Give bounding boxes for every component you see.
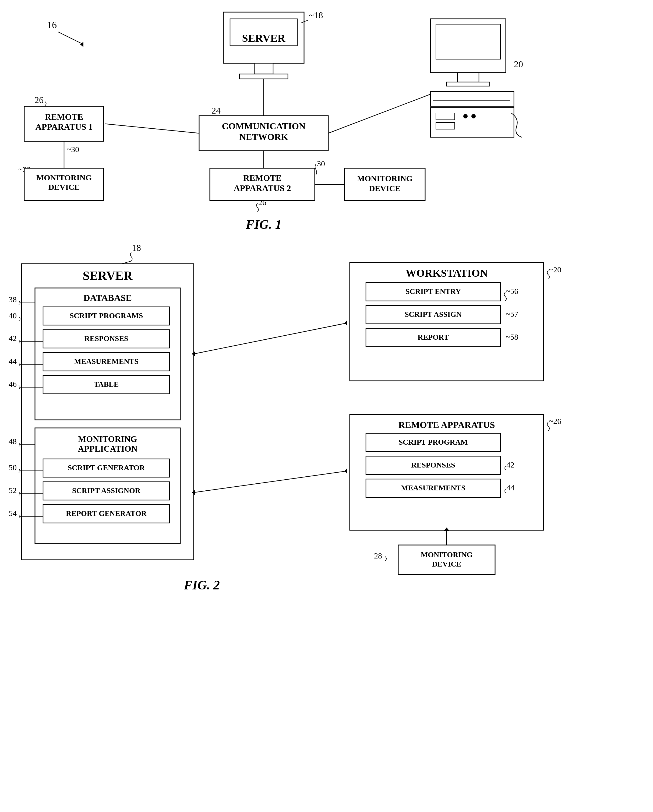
svg-text:SCRIPT PROGRAM: SCRIPT PROGRAM [399, 438, 468, 446]
svg-text:SERVER: SERVER [242, 32, 286, 44]
svg-rect-9 [430, 19, 506, 73]
svg-text:~26: ~26 [549, 417, 561, 426]
svg-text:~28: ~28 [18, 165, 31, 174]
svg-text:SCRIPT PROGRAMS: SCRIPT PROGRAMS [70, 311, 143, 320]
svg-text:APPLICATION: APPLICATION [78, 444, 137, 453]
svg-rect-107 [350, 415, 543, 530]
svg-text:APPARATUS 2: APPARATUS 2 [233, 183, 291, 193]
svg-line-49 [328, 94, 430, 133]
svg-rect-55 [35, 288, 180, 420]
svg-text:SCRIPT GENERATOR: SCRIPT GENERATOR [67, 464, 145, 472]
svg-rect-46 [345, 168, 425, 200]
svg-rect-59 [43, 307, 169, 325]
svg-rect-95 [366, 282, 500, 301]
svg-text:DEVICE: DEVICE [432, 560, 461, 568]
svg-rect-29 [24, 106, 104, 141]
svg-text:MEASUREMENTS: MEASUREMENTS [74, 357, 139, 365]
svg-rect-112 [366, 456, 500, 475]
svg-text:TABLE: TABLE [94, 380, 119, 388]
svg-point-19 [463, 114, 468, 118]
svg-text:24: 24 [212, 105, 221, 116]
svg-text:FIG. 2: FIG. 2 [183, 578, 220, 592]
svg-rect-122 [398, 545, 495, 575]
svg-rect-63 [43, 330, 169, 348]
svg-point-20 [471, 114, 476, 118]
svg-line-52 [108, 261, 131, 268]
svg-text:~57: ~57 [506, 310, 518, 318]
svg-rect-24 [199, 116, 328, 151]
svg-marker-120 [345, 468, 347, 474]
svg-rect-88 [43, 505, 169, 523]
svg-text:~56: ~56 [506, 287, 518, 296]
svg-text:44: 44 [507, 483, 514, 492]
svg-rect-11 [458, 73, 479, 82]
svg-text:20: 20 [514, 59, 523, 69]
svg-text:REPORT GENERATOR: REPORT GENERATOR [66, 509, 147, 517]
svg-text:NETWORK: NETWORK [239, 132, 288, 142]
svg-text:WORKSTATION: WORKSTATION [406, 267, 488, 279]
svg-rect-92 [350, 263, 543, 381]
svg-text:SCRIPT ENTRY: SCRIPT ENTRY [406, 287, 461, 296]
svg-text:SCRIPT ASSIGN: SCRIPT ASSIGN [405, 310, 462, 318]
svg-text:44: 44 [9, 357, 17, 365]
svg-rect-4 [230, 19, 297, 46]
svg-text:40: 40 [9, 311, 17, 320]
svg-text:54: 54 [9, 509, 17, 517]
svg-text:FIG. 1: FIG. 1 [246, 217, 281, 232]
svg-marker-121 [192, 490, 195, 495]
svg-line-1 [58, 32, 83, 44]
svg-text:~18: ~18 [309, 10, 323, 20]
svg-text:18: 18 [132, 243, 141, 253]
svg-rect-101 [366, 328, 500, 346]
svg-text:50: 50 [9, 463, 17, 472]
svg-text:26: 26 [258, 198, 266, 207]
svg-text:~30: ~30 [67, 145, 79, 154]
svg-rect-18 [436, 122, 455, 129]
svg-text:52: 52 [9, 486, 17, 495]
svg-text:38: 38 [9, 295, 17, 304]
svg-marker-106 [192, 351, 195, 357]
svg-text:28: 28 [374, 551, 382, 560]
svg-text:42: 42 [507, 460, 514, 469]
svg-rect-35 [24, 168, 104, 200]
svg-text:DEVICE: DEVICE [49, 183, 80, 191]
svg-text:MONITORING: MONITORING [36, 173, 92, 182]
svg-text:APPARATUS 1: APPARATUS 1 [35, 122, 93, 131]
svg-text:16: 16 [47, 20, 57, 31]
svg-text:42: 42 [9, 334, 17, 343]
svg-rect-75 [35, 428, 180, 544]
svg-line-119 [194, 471, 347, 493]
svg-rect-13 [430, 92, 514, 106]
svg-text:~58: ~58 [506, 333, 518, 341]
svg-rect-16 [430, 108, 514, 137]
diagram-container: 16 SERVER ~18 [0, 0, 653, 812]
svg-rect-98 [366, 305, 500, 324]
svg-rect-80 [43, 459, 169, 477]
svg-text:~20: ~20 [549, 265, 561, 274]
fig1-diagram: 16 SERVER ~18 [0, 0, 653, 398]
svg-rect-12 [447, 82, 490, 86]
svg-rect-116 [366, 479, 500, 498]
svg-text:DEVICE: DEVICE [369, 184, 401, 193]
svg-rect-39 [210, 168, 315, 200]
svg-text:DATABASE: DATABASE [83, 293, 132, 303]
svg-rect-17 [436, 113, 455, 120]
svg-rect-5 [254, 63, 273, 74]
svg-text:30: 30 [317, 159, 325, 168]
svg-line-27 [105, 124, 199, 133]
svg-rect-6 [240, 74, 288, 79]
svg-rect-3 [223, 12, 304, 63]
svg-text:MONITORING: MONITORING [357, 174, 412, 183]
svg-marker-127 [444, 528, 449, 531]
svg-rect-71 [43, 375, 169, 394]
svg-text:RESPONSES: RESPONSES [84, 334, 128, 343]
svg-marker-2 [80, 42, 83, 47]
svg-text:48: 48 [9, 437, 17, 446]
svg-rect-84 [43, 482, 169, 500]
svg-text:REPORT: REPORT [418, 333, 449, 341]
svg-text:COMMUNICATION: COMMUNICATION [222, 121, 305, 131]
svg-rect-110 [366, 433, 500, 452]
svg-text:SCRIPT ASSIGNOR: SCRIPT ASSIGNOR [72, 486, 141, 495]
svg-text:MONITORING: MONITORING [78, 434, 137, 444]
svg-text:MONITORING: MONITORING [421, 550, 473, 559]
